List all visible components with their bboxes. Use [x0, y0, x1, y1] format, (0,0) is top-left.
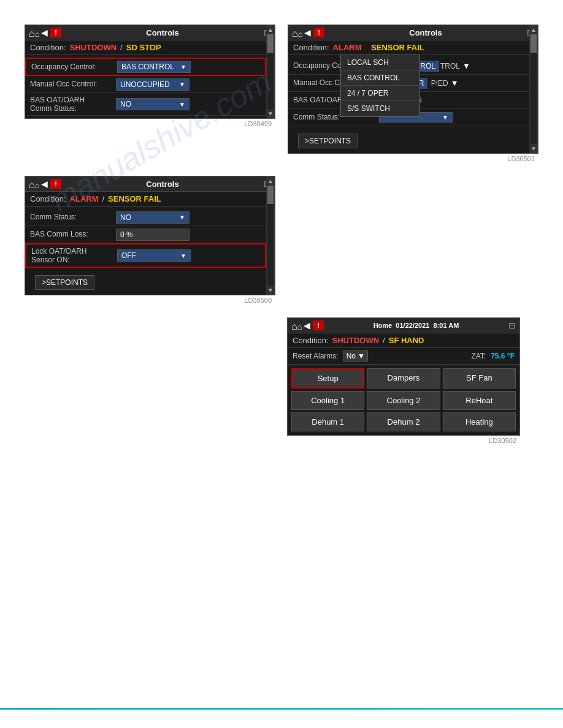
- btn-setup[interactable]: Setup: [291, 368, 364, 389]
- panel4-condition-row: Condition: SHUTDOWN / SF HAND: [288, 333, 519, 348]
- panel1-manual-dropdown[interactable]: UNOCCUPIED ▼: [116, 78, 190, 91]
- panel2-scroll-down-icon[interactable]: ▼: [530, 145, 537, 152]
- panel4-back-icon[interactable]: ◀: [304, 320, 310, 330]
- panel1-row-manual: Manual Occ Control: UNOCCUPIED ▼: [25, 76, 266, 93]
- dropdown-arrow-2-icon: ▼: [179, 81, 185, 88]
- btn-dehum2[interactable]: Dehum 2: [367, 412, 440, 431]
- panel4-time: 8:01 AM: [434, 322, 459, 329]
- btn-dampers[interactable]: Dampers: [367, 368, 440, 389]
- panel3-bas-comm-value: 0 %: [116, 229, 261, 241]
- panel2-header: ⌂ ◀ ! Controls ⊡: [288, 25, 538, 40]
- panel1-title: Controls: [64, 28, 261, 37]
- panel2-condition-row: Condition: ALARM SENSOR FAIL: [288, 40, 538, 55]
- panel2-scroll-up-icon[interactable]: ▲: [530, 26, 537, 33]
- panel4-home-label: Home: [373, 322, 393, 329]
- scroll-down-icon[interactable]: ▼: [267, 110, 274, 117]
- panel3-lock-text: OFF: [121, 251, 136, 260]
- panel3-lock-dropdown[interactable]: OFF ▼: [117, 249, 191, 262]
- panel3-scroll-up-icon[interactable]: ▲: [267, 178, 274, 184]
- panel4-reset-label: Reset Alarms:: [293, 352, 339, 360]
- panel2-setpoints-area: >SETPOINTS: [288, 129, 538, 153]
- panel2-back-icon[interactable]: ◀: [304, 28, 311, 37]
- page-footer: [0, 708, 563, 710]
- panel3-bas-comm-label: BAS Comm Loss:: [30, 230, 116, 238]
- btn-sf-fan[interactable]: SF Fan: [443, 368, 516, 389]
- btn-cooling1[interactable]: Cooling 1: [291, 391, 364, 410]
- panel1-manual-value[interactable]: UNOCCUPIED ▼: [116, 78, 261, 91]
- panel3-comm-label: Comm Status:: [30, 213, 116, 221]
- panel3: ⌂ ◀ ! Controls ⊡ Condition: ALARM / SENS…: [25, 176, 275, 305]
- panel1-screen: ⌂ ◀ ! Controls ⊡ Condition: SHUTDOWN / S…: [25, 25, 275, 119]
- panel1-row-occupancy: Occupancy Control: BAS CONTROL ▼: [25, 58, 266, 76]
- panel1-bas-dropdown[interactable]: NO ▼: [116, 98, 190, 110]
- panel4-reset-dropdown[interactable]: No ▼: [343, 351, 368, 362]
- panel4-ld: LD30502: [287, 436, 520, 446]
- panel2: ⌂ ◀ ! Controls ⊡ Condition: ALARM SENSOR…: [288, 25, 538, 164]
- panel1-condition-value: SHUTDOWN: [70, 43, 117, 52]
- panel2-dropdown-overlay[interactable]: LOCAL SCH BAS CONTROL 24 / 7 OPER S/S SW…: [340, 55, 420, 117]
- dropdown-item-ss-switch[interactable]: S/S SWITCH: [341, 101, 419, 116]
- dropdown-item-local-sch[interactable]: LOCAL SCH: [341, 55, 419, 70]
- panel4-info-row: Reset Alarms: No ▼ ZAT: 75.6 °F: [288, 348, 519, 365]
- btn-reheat[interactable]: ReHeat: [443, 391, 516, 410]
- panel1-occ-value[interactable]: BAS CONTROL ▼: [117, 61, 260, 73]
- panel4-condition-value: SHUTDOWN: [332, 336, 380, 345]
- panel4-camera-icon[interactable]: ⊡: [508, 320, 516, 330]
- panel3-home-icon[interactable]: ⌂: [29, 180, 39, 188]
- scroll-up-icon[interactable]: ▲: [267, 26, 274, 33]
- page-container: manualshive.com ⌂ ◀ ! Controls ⊡ Conditi…: [0, 0, 563, 728]
- btn-heating[interactable]: Heating: [443, 412, 516, 431]
- home-icon[interactable]: ⌂: [29, 28, 39, 37]
- panel2-scrollbar[interactable]: ▲ ▼: [529, 25, 538, 153]
- panel3-row-lock: Lock OAT/OARHSensor ON: OFF ▼: [25, 243, 266, 268]
- panel3-condition-value: ALARM: [70, 194, 99, 203]
- btn-dehum1[interactable]: Dehum 1: [291, 412, 364, 431]
- panel1-occ-dropdown-text: BAS CONTROL: [121, 63, 174, 71]
- panel4-zat-value: 75.6 °F: [491, 352, 515, 360]
- panel2-setpoints-btn[interactable]: >SETPOINTS: [298, 134, 358, 148]
- panel3-header: ⌂ ◀ ! Controls ⊡: [25, 176, 275, 192]
- panel4-container: ⌂ ◀ ! Home 01/22/2021 8:01 AM ⊡ Conditio…: [287, 317, 520, 446]
- panel2-condition-extra: SENSOR FAIL: [371, 43, 424, 52]
- panel3-scrollbar[interactable]: ▲ ▼: [266, 176, 275, 295]
- dropdown-item-bas-control[interactable]: BAS CONTROL: [341, 70, 419, 86]
- panel3-condition-label: Condition:: [30, 194, 66, 203]
- panel4-screen: ⌂ ◀ ! Home 01/22/2021 8:01 AM ⊡ Conditio…: [287, 317, 520, 436]
- panel2-comm-arrow-icon: ▼: [442, 114, 448, 121]
- panel2-condition-sep: [365, 43, 367, 52]
- panel4-home-icon[interactable]: ⌂: [291, 321, 301, 330]
- back-icon[interactable]: ◀: [41, 28, 48, 37]
- panel2-home-icon[interactable]: ⌂: [292, 28, 302, 37]
- panel3-condition-row: Condition: ALARM / SENSOR FAIL: [25, 192, 275, 207]
- panel2-condition-label: Condition:: [293, 43, 329, 52]
- panel3-scroll-down-icon[interactable]: ▼: [267, 287, 274, 294]
- panel4-reset-arrow: ▼: [358, 352, 365, 360]
- panel3-screen: ⌂ ◀ ! Controls ⊡ Condition: ALARM / SENS…: [25, 176, 275, 295]
- panel3-comm-arrow-icon: ▼: [179, 214, 185, 221]
- panel3-setpoints-btn[interactable]: >SETPOINTS: [35, 275, 94, 290]
- panel3-lock-label: Lock OAT/OARHSensor ON:: [31, 247, 117, 265]
- panel3-comm-dropdown[interactable]: NO ▼: [116, 211, 190, 224]
- btn-cooling2[interactable]: Cooling 2: [367, 391, 440, 410]
- panel3-back-icon[interactable]: ◀: [41, 179, 48, 189]
- scrollbar-thumb: [267, 34, 274, 53]
- panel4-condition-extra: SF HAND: [389, 336, 424, 345]
- screenshots-grid: ⌂ ◀ ! Controls ⊡ Condition: SHUTDOWN / S…: [25, 25, 538, 446]
- panel4-header: ⌂ ◀ ! Home 01/22/2021 8:01 AM ⊡: [288, 318, 519, 333]
- panel2-manual-arrow: ▼: [451, 78, 459, 88]
- panel3-lock-arrow-icon: ▼: [180, 252, 186, 259]
- panel2-condition-value: ALARM: [333, 43, 362, 52]
- panel1-bas-dropdown-text: NO: [120, 100, 131, 108]
- panel1-condition-sep: /: [120, 43, 123, 52]
- panel1-bas-value[interactable]: NO ▼: [116, 98, 261, 110]
- panel1-occ-dropdown[interactable]: BAS CONTROL ▼: [117, 61, 191, 73]
- panel2-scrollbar-thumb: [530, 34, 537, 53]
- dropdown-item-24-7[interactable]: 24 / 7 OPER: [341, 86, 419, 101]
- panel3-alert-icon: !: [50, 179, 61, 189]
- panel4-condition-label: Condition:: [293, 336, 329, 345]
- panel1-scrollbar[interactable]: ▲ ▼: [266, 25, 275, 118]
- panel3-comm-value[interactable]: NO ▼: [116, 211, 261, 224]
- alert-icon: !: [50, 28, 61, 37]
- panel3-lock-value[interactable]: OFF ▼: [117, 249, 260, 262]
- panel2-manual-partial2: PIED: [429, 79, 448, 88]
